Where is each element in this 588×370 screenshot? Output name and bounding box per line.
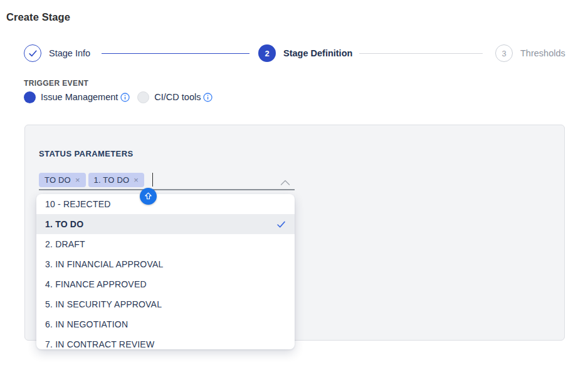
chip-label: 1. TO DO bbox=[94, 175, 130, 185]
radio-issue-management[interactable] bbox=[24, 91, 36, 103]
dropdown-option-label: 10 - REJECTED bbox=[45, 199, 111, 209]
dropdown-option[interactable]: 3. IN FINANCIAL APPROVAL bbox=[36, 254, 295, 274]
text-caret bbox=[152, 173, 154, 187]
dropdown-option[interactable]: 10 - REJECTED bbox=[36, 194, 295, 214]
dropdown-option-label: 7. IN CONTRACT REVIEW bbox=[45, 339, 154, 349]
status-dropdown: 10 - REJECTED 1. TO DO 2. DRAFT 3. IN FI… bbox=[36, 194, 295, 349]
dropdown-option-label: 5. IN SECURITY APPROVAL bbox=[45, 299, 162, 309]
dropdown-option-label: 2. DRAFT bbox=[45, 239, 85, 249]
page-title: Create Stage bbox=[6, 11, 70, 23]
trigger-event-options: Issue Management CI/CD tools bbox=[24, 91, 213, 103]
dropdown-option-label: 4. FINANCE APPROVED bbox=[45, 279, 147, 289]
dropdown-option[interactable]: 5. IN SECURITY APPROVAL bbox=[36, 294, 295, 314]
step-label: Stage Info bbox=[49, 48, 90, 58]
step-circle-upcoming: 3 bbox=[495, 44, 513, 62]
radio-cicd-tools[interactable] bbox=[137, 91, 149, 103]
chip-to-do: TO DO × bbox=[39, 173, 86, 187]
stepper-item-stage-definition[interactable]: 2 Stage Definition bbox=[258, 44, 352, 62]
dropdown-option-label: 6. IN NEGOTIATION bbox=[45, 319, 128, 329]
step-label: Stage Definition bbox=[283, 48, 352, 58]
chip-label: TO DO bbox=[45, 175, 71, 185]
radio-label: Issue Management bbox=[41, 92, 118, 102]
step-label: Thresholds bbox=[520, 48, 565, 58]
info-icon[interactable] bbox=[203, 93, 213, 102]
status-parameters-label: STATUS PARAMETERS bbox=[39, 149, 134, 158]
trigger-event-label: TRIGGER EVENT bbox=[24, 79, 88, 88]
dropdown-option-label: 3. IN FINANCIAL APPROVAL bbox=[45, 259, 163, 269]
dropdown-option[interactable]: 7. IN CONTRACT REVIEW bbox=[36, 334, 295, 349]
step-circle-active: 2 bbox=[258, 44, 276, 62]
input-underline bbox=[39, 189, 295, 190]
chip-remove-icon[interactable]: × bbox=[134, 176, 139, 184]
dropdown-option[interactable]: 4. FINANCE APPROVED bbox=[36, 274, 295, 294]
chip-remove-icon[interactable]: × bbox=[75, 176, 80, 184]
dropdown-option-selected[interactable]: 1. TO DO bbox=[36, 214, 295, 234]
status-multiselect-input[interactable]: TO DO × 1. TO DO × bbox=[39, 172, 153, 187]
dropdown-option-label: 1. TO DO bbox=[45, 219, 83, 229]
stepper-connector bbox=[359, 53, 483, 54]
stepper-connector bbox=[102, 53, 249, 54]
check-icon bbox=[276, 220, 286, 229]
info-icon[interactable] bbox=[120, 93, 130, 102]
step-circle-completed bbox=[24, 44, 41, 62]
stepper-item-thresholds[interactable]: 3 Thresholds bbox=[495, 44, 565, 62]
dropdown-option[interactable]: 2. DRAFT bbox=[36, 234, 295, 254]
arrow-up-cursor-icon bbox=[143, 191, 154, 202]
radio-label: CI/CD tools bbox=[154, 92, 201, 102]
dropdown-option[interactable]: 6. IN NEGOTIATION bbox=[36, 314, 295, 334]
stepper-item-stage-info[interactable]: Stage Info bbox=[24, 44, 90, 62]
check-icon bbox=[28, 49, 38, 58]
click-indicator-badge bbox=[140, 188, 157, 205]
chevron-up-icon[interactable] bbox=[280, 177, 290, 184]
chip-1-to-do: 1. TO DO × bbox=[88, 173, 144, 187]
